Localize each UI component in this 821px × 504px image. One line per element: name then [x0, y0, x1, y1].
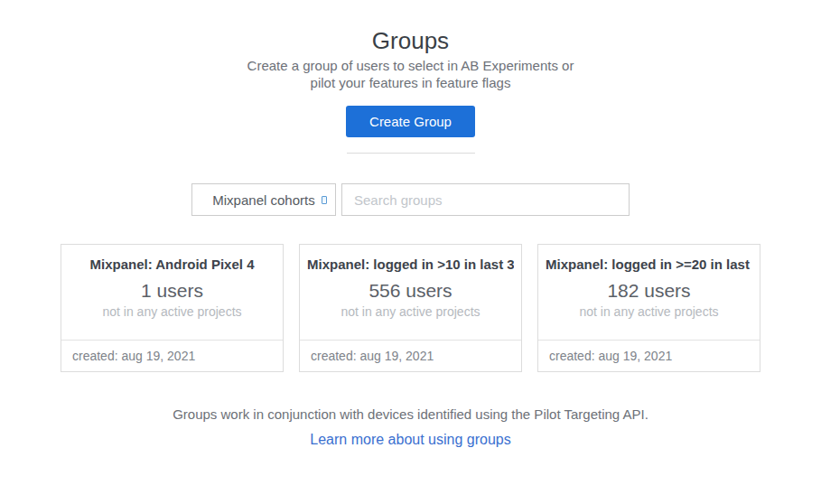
group-card-body: Mixpanel: logged in >=20 in last 30... 1… [538, 245, 760, 340]
group-card-body: Mixpanel: Android Pixel 4 1 users not in… [61, 245, 283, 340]
group-card[interactable]: Mixpanel: Android Pixel 4 1 users not in… [61, 244, 284, 372]
create-group-button-row: Create Group [0, 106, 821, 137]
group-cards-row: Mixpanel: Android Pixel 4 1 users not in… [0, 244, 821, 372]
group-status: not in any active projects [69, 304, 275, 319]
cohort-source-dropdown-label: Mixpanel cohorts [212, 192, 314, 208]
search-groups-input[interactable] [341, 183, 630, 216]
group-status: not in any active projects [307, 304, 514, 319]
groups-info-note: Groups work in conjunction with devices … [0, 406, 821, 422]
create-group-button[interactable]: Create Group [346, 106, 475, 137]
page-title: Groups [0, 27, 821, 54]
filters-row: Mixpanel cohorts [0, 183, 821, 216]
group-created-date: created: aug 19, 2021 [300, 340, 521, 371]
dropdown-glyph-icon [322, 196, 327, 204]
header-divider [347, 153, 475, 154]
footer-link-row: Learn more about using groups [0, 432, 821, 448]
group-name: Mixpanel: logged in >=20 in last 30... [546, 257, 752, 272]
page-subtitle: Create a group of users to select in AB … [235, 57, 587, 91]
group-created-date: created: aug 19, 2021 [61, 340, 283, 371]
group-user-count: 556 users [307, 280, 514, 302]
learn-more-link[interactable]: Learn more about using groups [310, 432, 510, 447]
cohort-source-dropdown[interactable]: Mixpanel cohorts [191, 183, 336, 216]
group-user-count: 182 users [546, 280, 752, 302]
group-user-count: 1 users [69, 280, 275, 302]
group-name: Mixpanel: Android Pixel 4 [69, 257, 275, 272]
group-created-date: created: aug 19, 2021 [538, 340, 760, 371]
group-card-body: Mixpanel: logged in >10 in last 30 ... 5… [300, 245, 521, 340]
group-status: not in any active projects [546, 304, 752, 319]
group-card[interactable]: Mixpanel: logged in >10 in last 30 ... 5… [299, 244, 522, 372]
group-card[interactable]: Mixpanel: logged in >=20 in last 30... 1… [537, 244, 760, 372]
groups-page: Groups Create a group of users to select… [0, 0, 821, 504]
group-name: Mixpanel: logged in >10 in last 30 ... [307, 257, 514, 272]
